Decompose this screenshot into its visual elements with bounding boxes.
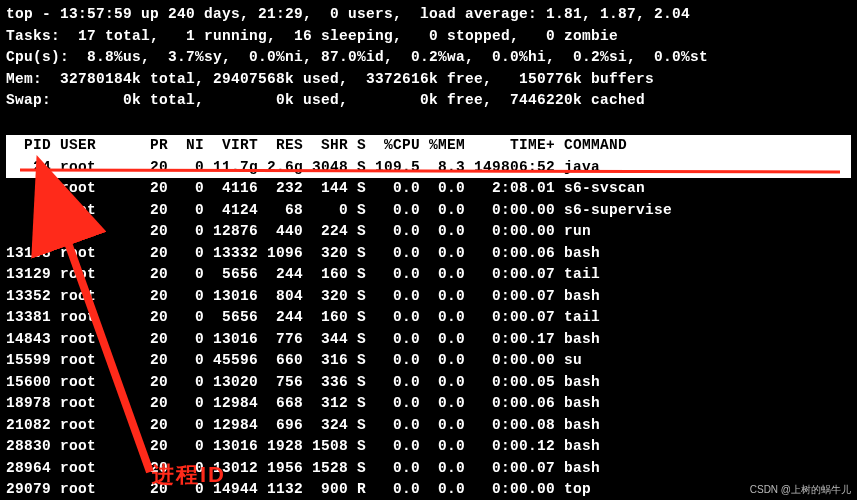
process-row: 15599 root 20 0 45596 660 316 S 0.0 0.0 … — [6, 350, 851, 372]
swap-summary-line: Swap: 0k total, 0k used, 0k free, 744622… — [6, 90, 851, 112]
process-row: 8 root 20 0 4124 68 0 S 0.0 0.0 0:00.00 … — [6, 200, 851, 222]
process-row: 28964 root 20 0 13012 1956 1528 S 0.0 0.… — [6, 458, 851, 480]
process-row: 21082 root 20 0 12984 696 324 S 0.0 0.0 … — [6, 415, 851, 437]
process-row: 13352 root 20 0 13016 804 320 S 0.0 0.0 … — [6, 286, 851, 308]
process-row: 13129 root 20 0 5656 244 160 S 0.0 0.0 0… — [6, 264, 851, 286]
process-table-header: PID USER PR NI VIRT RES SHR S %CPU %MEM … — [6, 135, 851, 157]
process-row: 24 root 20 0 11.7g 2.6g 3048 S 109.5 8.3… — [6, 157, 851, 179]
mem-summary-line: Mem: 32780184k total, 29407568k used, 33… — [6, 69, 851, 91]
process-row: 14843 root 20 0 13016 776 344 S 0.0 0.0 … — [6, 329, 851, 351]
process-row: 13381 root 20 0 5656 244 160 S 0.0 0.0 0… — [6, 307, 851, 329]
process-row: 29079 root 20 0 14944 1132 900 R 0.0 0.0… — [6, 479, 851, 500]
top-summary-line: top - 13:57:59 up 240 days, 21:29, 0 use… — [6, 4, 851, 26]
process-row: 9 root 20 0 12876 440 224 S 0.0 0.0 0:00… — [6, 221, 851, 243]
process-table: 24 root 20 0 11.7g 2.6g 3048 S 109.5 8.3… — [6, 157, 851, 501]
process-row: 28830 root 20 0 13016 1928 1508 S 0.0 0.… — [6, 436, 851, 458]
tasks-summary-line: Tasks: 17 total, 1 running, 16 sleeping,… — [6, 26, 851, 48]
annotation-label: 进程ID — [152, 460, 226, 490]
process-row: 13108 root 20 0 13332 1096 320 S 0.0 0.0… — [6, 243, 851, 265]
cpu-summary-line: Cpu(s): 8.8%us, 3.7%sy, 0.0%ni, 87.0%id,… — [6, 47, 851, 69]
process-row: 15600 root 20 0 13020 756 336 S 0.0 0.0 … — [6, 372, 851, 394]
blank-line — [6, 112, 851, 134]
process-row: 1 root 20 0 4116 232 144 S 0.0 0.0 2:08.… — [6, 178, 851, 200]
terminal-output: top - 13:57:59 up 240 days, 21:29, 0 use… — [0, 0, 857, 500]
watermark: CSDN @上树的蜗牛儿 — [750, 483, 851, 497]
process-row: 18978 root 20 0 12984 668 312 S 0.0 0.0 … — [6, 393, 851, 415]
